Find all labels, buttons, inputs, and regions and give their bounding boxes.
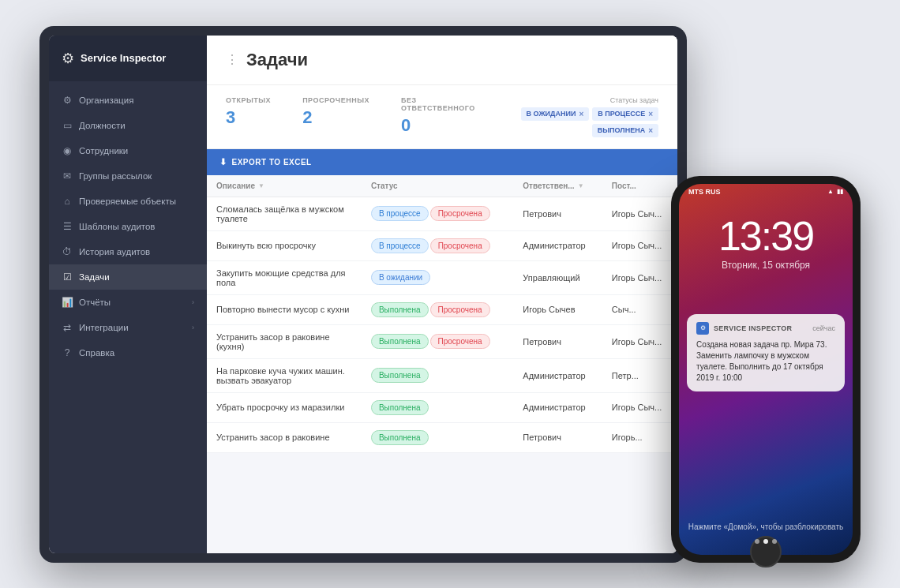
main-content: ⋮ Задачи ОТКРЫТЫХ 3 ПРОСРОЧЕННЫХ 2 БЕЗ О… <box>207 36 677 553</box>
sidebar-item-label: История аудитов <box>79 247 150 257</box>
cell-status: В ожидании <box>362 260 513 294</box>
sidebar-item-reports[interactable]: 📊 Отчёты › <box>49 290 207 315</box>
stat-no-resp-value: 0 <box>401 115 475 136</box>
table-row[interactable]: На парковке куча чужих машин. вызвать эв… <box>207 358 677 392</box>
objects-icon: ⌂ <box>62 196 73 207</box>
menu-dots-icon[interactable]: ⋮ <box>226 52 238 67</box>
sidebar-item-help[interactable]: ? Справка <box>49 340 207 365</box>
cell-description: Устранить засор в раковине <box>207 422 362 452</box>
stat-open: ОТКРЫТЫХ 3 <box>226 96 271 128</box>
chevron-right-icon: › <box>192 298 194 306</box>
scene: ⚙ Service Inspector ⚙ Организация ▭ Долж… <box>16 10 884 579</box>
org-icon: ⚙ <box>62 95 73 106</box>
export-icon: ⬇ <box>219 157 227 167</box>
close-icon-process[interactable]: × <box>648 110 653 118</box>
cell-posted: Игорь Сыч... <box>602 260 677 294</box>
sidebar-item-label: Проверяемые объекты <box>79 197 176 206</box>
stat-overdue: ПРОСРОЧЕННЫХ 2 <box>302 96 369 128</box>
status-tag-done[interactable]: ВЫПОЛНЕНА × <box>592 124 658 137</box>
status-badge: Просрочена <box>430 238 490 253</box>
cell-responsible: Управляющий <box>513 260 602 294</box>
gear-icon: ⚙ <box>62 50 74 67</box>
table-header-row: Описание ▼ Статус Ответствен... ▼ <box>207 175 677 197</box>
chevron-right-icon-2: › <box>192 324 194 331</box>
sidebar-item-tasks[interactable]: ☑ Задачи <box>49 264 207 290</box>
cell-posted: Петр... <box>602 358 677 392</box>
sidebar-item-mailing[interactable]: ✉ Группы рассылок <box>49 163 207 189</box>
notif-app-icon: ⚙ <box>696 322 709 335</box>
sidebar-item-positions[interactable]: ▭ Должности <box>49 113 207 138</box>
phone-notification[interactable]: ⚙ SERVICE INSPECTOR сейчас Создана новая… <box>687 314 845 391</box>
export-to-excel-button[interactable]: ⬇ EXPORT TO EXCEL <box>219 157 312 167</box>
phone-date: Вторник, 15 октября <box>679 260 853 271</box>
col-posted: Пост... <box>602 175 677 197</box>
integrations-icon: ⇄ <box>62 322 73 333</box>
cell-description: Выкинуть всю просрочку <box>207 230 362 260</box>
page-dot-3 <box>772 539 777 544</box>
sidebar-item-employees[interactable]: ◉ Сотрудники <box>49 138 207 163</box>
sidebar-item-objects[interactable]: ⌂ Проверяемые объекты <box>49 189 207 214</box>
table-body: Сломалась защёлка в мужском туалетеВ про… <box>207 197 677 452</box>
status-tag-waiting[interactable]: В ОЖИДАНИИ × <box>521 107 590 121</box>
sidebar-item-history[interactable]: ⏱ История аудитов <box>49 239 207 264</box>
main-header: ⋮ Задачи <box>207 36 677 85</box>
stat-overdue-label: ПРОСРОЧЕННЫХ <box>302 96 369 104</box>
notif-app-name: SERVICE INSPECTOR <box>714 324 792 332</box>
status-tags: В ОЖИДАНИИ × В ПРОЦЕССЕ × ВЫПОЛНЕНА × <box>507 107 658 137</box>
cell-posted: Игорь Сыч... <box>602 230 677 260</box>
status-badge: В процессе <box>371 238 429 253</box>
sidebar-item-label: Задачи <box>79 272 110 282</box>
status-badge: Выполнена <box>371 368 429 383</box>
sidebar-item-org[interactable]: ⚙ Организация <box>49 88 207 113</box>
templates-icon: ☰ <box>62 221 73 232</box>
table-row[interactable]: Устранить засор в раковинеВыполненаПетро… <box>207 422 677 452</box>
table-row[interactable]: Убрать просрочку из маразилкиВыполненаАд… <box>207 392 677 422</box>
close-icon-done[interactable]: × <box>648 126 653 135</box>
status-tag-process-label: В ПРОЦЕССЕ <box>598 110 645 118</box>
stat-open-value: 3 <box>226 107 271 128</box>
app-name: Service Inspector <box>81 52 166 65</box>
sidebar-item-templates[interactable]: ☰ Шаблоны аудитов <box>49 214 207 239</box>
table-container: ⬇ EXPORT TO EXCEL Описание ▼ <box>207 149 677 553</box>
phone-time-display: 13:39 Вторник, 15 октября <box>679 215 853 271</box>
stat-no-responsible: БЕЗ ОТВЕТСТВЕННОГО 0 <box>401 96 475 136</box>
tasks-icon: ☑ <box>62 272 73 283</box>
sidebar-logo: ⚙ Service Inspector <box>49 36 207 81</box>
sidebar-item-label: Организация <box>79 96 133 105</box>
stat-open-label: ОТКРЫТЫХ <box>226 96 271 104</box>
help-icon: ? <box>62 347 73 358</box>
battery-icon: ▮▮ <box>837 188 843 195</box>
phone-unlock-text: Нажмите «Домой», чтобы разблокировать <box>679 522 853 531</box>
table-row[interactable]: Сломалась защёлка в мужском туалетеВ про… <box>207 197 677 230</box>
phone-page-indicators <box>755 539 777 544</box>
sidebar-item-label: Должности <box>79 121 126 130</box>
filter-icon-resp[interactable]: ▼ <box>578 182 584 189</box>
cell-responsible: Администратор <box>513 358 602 392</box>
cell-status: В процессеПросрочена <box>362 197 513 230</box>
close-icon-waiting[interactable]: × <box>579 110 583 118</box>
phone-screen: MTS RUS ▲ ▮▮ 13:39 Вторник, 15 октября ⚙… <box>679 184 853 555</box>
table-toolbar: ⬇ EXPORT TO EXCEL <box>207 149 677 175</box>
cell-responsible: Администратор <box>513 230 602 260</box>
table-row[interactable]: Закупить моющие средства для полаВ ожида… <box>207 260 677 294</box>
table-row[interactable]: Устранить засор в раковине (кухня)Выполн… <box>207 324 677 358</box>
stat-overdue-value: 2 <box>302 107 369 128</box>
stats-bar: ОТКРЫТЫХ 3 ПРОСРОЧЕННЫХ 2 БЕЗ ОТВЕТСТВЕН… <box>207 85 677 149</box>
cell-responsible: Администратор <box>513 392 602 422</box>
filter-icon-desc[interactable]: ▼ <box>258 182 264 189</box>
status-tag-process[interactable]: В ПРОЦЕССЕ × <box>592 107 658 121</box>
page-dot-1 <box>755 539 759 544</box>
sidebar-item-label: Шаблоны аудитов <box>79 222 155 231</box>
sidebar-item-integrations[interactable]: ⇄ Интеграции › <box>49 315 207 340</box>
reports-icon: 📊 <box>62 297 73 308</box>
cell-status: Выполнена <box>362 392 513 422</box>
phone-time: 13:39 <box>679 215 853 257</box>
status-badge: Выполнена <box>371 334 429 349</box>
notif-body: Создана новая задача пр. Мира 73. Замени… <box>696 339 835 384</box>
table-row[interactable]: Повторно вынести мусор с кухниВыполненаП… <box>207 294 677 324</box>
table-row[interactable]: Выкинуть всю просрочкуВ процессеПросроче… <box>207 230 677 260</box>
cell-status: ВыполненаПросрочена <box>362 324 513 358</box>
export-label: EXPORT TO EXCEL <box>232 158 312 167</box>
cell-description: Сломалась защёлка в мужском туалете <box>207 197 362 230</box>
cell-posted: Игорь Сыч... <box>602 324 677 358</box>
